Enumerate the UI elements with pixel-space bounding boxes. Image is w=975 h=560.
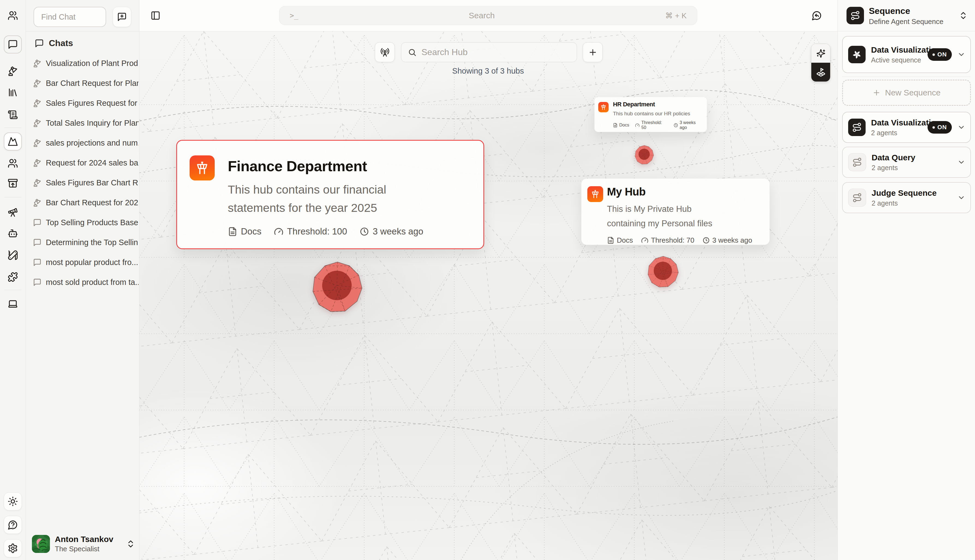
hub-count-status: Showing 3 of 3 hubs [452,67,524,75]
route-icon [850,11,860,20]
terminal-prompt-icon: >_ [290,12,298,20]
sequence-title: Sequence [869,6,910,16]
sequence-subtitle: Define Agent Sequence [869,17,943,26]
scripts-rail-button[interactable] [4,106,22,124]
chat-sidebar: Chats Visualization of Plant Prod... Bar… [26,0,139,560]
chat-list-item[interactable]: Top Selling Products Base... [26,213,139,233]
plot-view-button[interactable] [811,63,830,82]
plus-icon [588,48,598,57]
lamp-rail-button[interactable] [4,62,22,80]
chat-list-item[interactable]: Request for 2024 sales ba... [26,153,139,173]
desk-lamp-icon [33,99,42,107]
chevron-down-icon[interactable] [957,50,965,58]
hub-search-input[interactable] [421,47,570,58]
new-sequence-button[interactable]: New Sequence [842,80,971,106]
chat-item-label: Top Selling Products Base... [46,218,139,227]
chat-list-item[interactable]: Determining the Top Sellin... [26,233,139,252]
plugins-rail-button[interactable] [4,268,22,286]
hub-updated: 3 weeks ago [373,226,423,237]
panel-divider [842,77,971,77]
hub-meta: Docs Threshold: 50 3 weeks ago [613,120,704,130]
chats-rail-button[interactable] [4,35,22,53]
route-icon [848,189,866,207]
hub-marker-finance[interactable] [310,260,365,314]
hub-marker-hr[interactable] [634,145,655,165]
devices-rail-button[interactable] [4,295,22,313]
user-name: Anton Tsankov [55,535,121,544]
broadcast-button[interactable] [375,42,395,62]
hub-terrain-map[interactable]: Showing 3 of 3 hubs HR Department This h… [139,31,838,560]
sequence-title: Judge Sequence [871,188,952,198]
hub-card-hr-department[interactable]: HR Department This hub contains our HR p… [594,97,707,132]
panel-left-icon [150,11,160,20]
chat-list-item[interactable]: sales projections and num... [26,133,139,153]
help-button[interactable] [4,516,22,534]
contacts-rail-button[interactable] [4,7,22,25]
sun-icon [8,496,18,507]
hub-docs-label: Docs [619,123,629,128]
mountain-icon [8,136,18,147]
file-icon [607,237,614,244]
desk-lamp-icon [33,159,42,167]
chats-header: Chats [35,38,73,48]
sequence-card-judge-sequence[interactable]: Judge Sequence 2 agents [842,182,971,213]
chat-list-item[interactable]: most sold product from ta... [26,272,139,292]
find-chat-input[interactable] [33,7,106,27]
global-search-placeholder: Search [298,11,665,20]
chat-item-label: Bar Chart Request for 202... [46,198,139,207]
chat-history-button[interactable] [811,10,822,21]
settings-button[interactable] [4,539,22,557]
clock-icon [703,237,710,244]
sequence-card-data-visualization[interactable]: Data Visualization 2 agents ON [842,112,971,143]
chevron-down-icon[interactable] [957,193,965,202]
chat-list-item[interactable]: Sales Figures Request for ... [26,93,139,113]
chevron-down-icon[interactable] [957,158,965,166]
hub-marker-myhub[interactable] [646,255,680,289]
hub-description-line: containing my Personal files [607,216,764,231]
hub-description: This is My Private Hub containing my Per… [607,202,764,231]
chat-list-item[interactable]: most popular product fro... [26,252,139,272]
tools-rail-button[interactable] [4,246,22,264]
top-bar: >_ Search ⌘ + K [139,0,838,32]
ai-view-button[interactable] [811,44,830,63]
hub-card-finance-department[interactable]: Finance Department This hub contains our… [176,140,484,249]
user-account[interactable]: Anton Tsankov The Specialist [32,533,135,555]
active-sequence-card[interactable]: Data Visualization Active sequence ON [842,36,971,73]
chat-list-item[interactable]: Visualization of Plant Prod... [26,53,139,73]
chat-item-label: sales projections and num... [46,138,139,147]
search-icon [408,48,417,57]
sequence-title: Data Visualization [871,118,922,127]
chat-item-label: Sales Figures Bar Chart R... [46,178,139,187]
bot-rail-button[interactable] [4,224,22,242]
archive-rail-button[interactable] [4,174,22,192]
hubs-rail-button-selected[interactable] [4,133,22,150]
sequence-card-data-query[interactable]: Data Query 2 agents [842,147,971,178]
hub-meta: Docs Threshold: 70 3 weeks ago [607,236,764,245]
team-rail-button[interactable] [4,154,22,172]
tower-control-icon [601,104,606,110]
hub-card-my-hub[interactable]: My Hub This is My Private Hub containing… [581,178,770,245]
chevrons-up-down-icon[interactable] [958,11,968,20]
chat-bubble-icon [35,39,44,48]
hub-search-bar[interactable] [401,42,577,62]
on-badge: ON [928,121,952,133]
add-hub-button[interactable] [583,42,603,62]
chat-list-item[interactable]: Total Sales Inquiry for Plan... [26,113,139,133]
hub-description-line: statements for the year 2025 [228,199,474,217]
desk-lamp-icon [33,119,42,127]
global-search-bar[interactable]: >_ Search ⌘ + K [279,6,697,25]
chevrons-up-down-icon[interactable] [126,539,135,548]
gear-icon [8,543,18,553]
chevron-down-icon[interactable] [957,123,965,132]
chat-list-item[interactable]: Bar Chart Request for Plan... [26,73,139,93]
library-rail-button[interactable] [4,83,22,102]
theme-toggle-button[interactable] [4,492,22,510]
telescope-rail-button[interactable] [4,203,22,222]
sidebar-toggle-button[interactable] [150,11,160,20]
chat-list-item[interactable]: Sales Figures Bar Chart R... [26,173,139,193]
new-chat-button[interactable] [113,7,131,27]
desk-lamp-icon [8,66,18,76]
chat-list-item[interactable]: Bar Chart Request for 202... [26,193,139,213]
hub-threshold: Threshold: 100 [287,226,347,237]
chat-item-label: Determining the Top Sellin... [46,238,139,247]
